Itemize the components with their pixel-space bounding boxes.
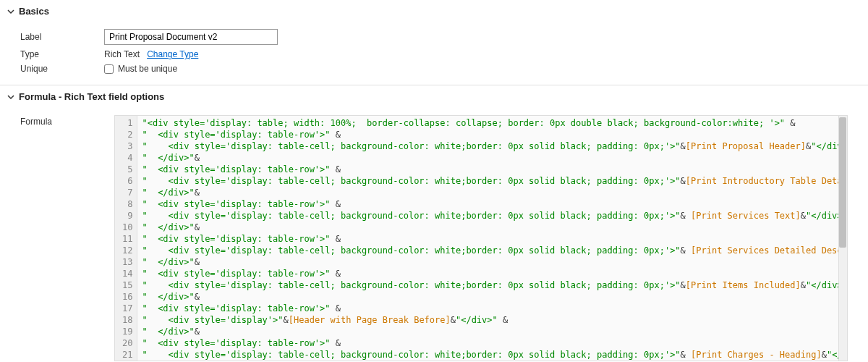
- code-line[interactable]: " <div style='display: table-cell; backg…: [142, 210, 843, 222]
- change-type-link[interactable]: Change Type: [147, 49, 198, 59]
- basics-section: Basics Label Type Rich Text Change Type …: [0, 0, 868, 85]
- formula-field-label: Formula: [20, 115, 114, 127]
- code-line[interactable]: " </div>"&: [142, 256, 843, 268]
- code-line[interactable]: " <div style='display: table-row'>" &: [142, 303, 843, 314]
- unique-row: Unique Must be unique: [20, 62, 848, 76]
- unique-checkbox-label: Must be unique: [118, 64, 177, 74]
- code-line[interactable]: " <div style='display: table-cell; backg…: [142, 140, 843, 152]
- code-line[interactable]: " <div style='display: table-row'>" &: [142, 233, 843, 245]
- basics-section-title: Basics: [19, 6, 49, 17]
- unique-field-label: Unique: [20, 64, 104, 74]
- formula-code-editor[interactable]: 1234567891011121314151617181920212223242…: [114, 115, 848, 361]
- label-input[interactable]: [104, 29, 278, 45]
- code-line[interactable]: " </div>"&: [142, 291, 843, 303]
- formula-options-section-title: Formula - Rich Text field options: [19, 91, 164, 102]
- code-lines[interactable]: "<div style='display: table; width: 100%…: [137, 116, 847, 361]
- code-line[interactable]: " <div style='display'>"&[Header with Pa…: [142, 314, 843, 326]
- code-line[interactable]: " </div>"&: [142, 222, 843, 233]
- code-line[interactable]: " </div>"&: [142, 326, 843, 337]
- basics-section-body: Label Type Rich Text Change Type Unique …: [0, 22, 868, 85]
- basics-section-header[interactable]: Basics: [0, 0, 868, 22]
- code-gutter: 1234567891011121314151617181920212223242…: [115, 116, 137, 361]
- unique-checkbox[interactable]: [104, 64, 114, 74]
- formula-options-body: Formula 12345678910111213141516171819202…: [0, 108, 868, 362]
- code-line[interactable]: " <div style='display: table-cell; backg…: [142, 279, 843, 291]
- code-line[interactable]: "<div style='display: table; width: 100%…: [142, 117, 843, 129]
- formula-options-section: Formula - Rich Text field options Formul…: [0, 85, 868, 362]
- code-line[interactable]: " </div>"&: [142, 152, 843, 164]
- type-value: Rich Text: [104, 49, 140, 59]
- code-line[interactable]: " <div style='display: table-row'>" &: [142, 129, 843, 140]
- label-row: Label: [20, 27, 848, 47]
- code-line[interactable]: " <div style='display: table-row'>" &: [142, 337, 843, 349]
- scrollbar-track[interactable]: [838, 116, 847, 361]
- label-field-label: Label: [20, 32, 104, 42]
- code-line[interactable]: " <div style='display: table-row'>" &: [142, 268, 843, 279]
- type-row: Type Rich Text Change Type: [20, 47, 848, 62]
- chevron-down-icon: [7, 93, 14, 101]
- formula-options-section-header[interactable]: Formula - Rich Text field options: [0, 85, 868, 108]
- code-line[interactable]: " </div>"&: [142, 187, 843, 198]
- code-line[interactable]: " <div style='display: table-cell; backg…: [142, 245, 843, 256]
- type-field-label: Type: [20, 49, 104, 59]
- code-line[interactable]: " <div style='display: table-row'>" &: [142, 164, 843, 175]
- scrollbar-thumb[interactable]: [839, 117, 846, 248]
- code-line[interactable]: " <div style='display: table-cell; backg…: [142, 349, 843, 361]
- code-line[interactable]: " <div style='display: table-row'>" &: [142, 198, 843, 210]
- chevron-down-icon: [7, 8, 14, 15]
- code-line[interactable]: " <div style='display: table-cell; backg…: [142, 175, 843, 187]
